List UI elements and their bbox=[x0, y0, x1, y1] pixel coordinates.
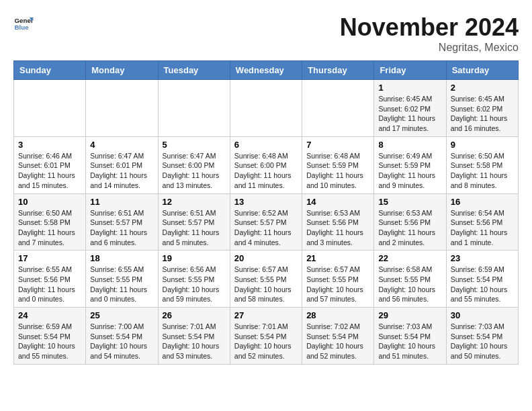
calendar-cell: 22Sunrise: 6:58 AMSunset: 5:55 PMDayligh… bbox=[374, 250, 446, 308]
calendar-cell: 17Sunrise: 6:55 AMSunset: 5:56 PMDayligh… bbox=[14, 250, 86, 308]
day-number: 8 bbox=[378, 140, 441, 150]
day-number: 17 bbox=[18, 253, 81, 263]
day-number: 4 bbox=[90, 140, 153, 150]
calendar-cell: 26Sunrise: 7:01 AMSunset: 5:54 PMDayligh… bbox=[158, 308, 230, 365]
day-header-sunday: Sunday bbox=[14, 61, 86, 80]
day-info: Sunrise: 7:00 AMSunset: 5:54 PMDaylight:… bbox=[90, 322, 153, 361]
day-number: 1 bbox=[378, 83, 441, 93]
day-info: Sunrise: 6:57 AMSunset: 5:55 PMDaylight:… bbox=[306, 265, 369, 304]
day-number: 26 bbox=[163, 310, 226, 320]
day-number: 3 bbox=[18, 140, 81, 150]
calendar-cell: 23Sunrise: 6:59 AMSunset: 5:54 PMDayligh… bbox=[446, 250, 518, 308]
day-info: Sunrise: 6:46 AMSunset: 6:01 PMDaylight:… bbox=[18, 151, 81, 191]
day-number: 30 bbox=[451, 310, 514, 320]
day-info: Sunrise: 6:48 AMSunset: 6:00 PMDaylight:… bbox=[234, 151, 298, 191]
calendar-cell: 14Sunrise: 6:53 AMSunset: 5:56 PMDayligh… bbox=[302, 193, 374, 250]
day-info: Sunrise: 7:03 AMSunset: 5:54 PMDaylight:… bbox=[451, 322, 514, 361]
calendar-cell: 21Sunrise: 6:57 AMSunset: 5:55 PMDayligh… bbox=[302, 250, 374, 308]
day-info: Sunrise: 6:59 AMSunset: 5:54 PMDaylight:… bbox=[18, 322, 81, 361]
calendar-cell: 7Sunrise: 6:48 AMSunset: 5:59 PMDaylight… bbox=[302, 136, 374, 193]
calendar-cell: 3Sunrise: 6:46 AMSunset: 6:01 PMDaylight… bbox=[14, 136, 86, 193]
calendar-cell: 2Sunrise: 6:45 AMSunset: 6:02 PMDaylight… bbox=[446, 80, 518, 137]
day-number: 16 bbox=[451, 197, 514, 207]
day-info: Sunrise: 6:47 AMSunset: 6:01 PMDaylight:… bbox=[90, 151, 153, 191]
day-number: 22 bbox=[378, 253, 441, 263]
day-header-saturday: Saturday bbox=[446, 61, 518, 80]
day-number: 20 bbox=[234, 253, 298, 263]
day-header-wednesday: Wednesday bbox=[230, 61, 302, 80]
day-info: Sunrise: 6:48 AMSunset: 5:59 PMDaylight:… bbox=[306, 151, 369, 191]
day-info: Sunrise: 7:01 AMSunset: 5:54 PMDaylight:… bbox=[163, 322, 226, 361]
calendar-cell: 10Sunrise: 6:50 AMSunset: 5:58 PMDayligh… bbox=[14, 193, 86, 250]
day-info: Sunrise: 6:55 AMSunset: 5:56 PMDaylight:… bbox=[18, 265, 81, 304]
week-row-1: 1Sunrise: 6:45 AMSunset: 6:02 PMDaylight… bbox=[14, 80, 519, 137]
day-info: Sunrise: 6:45 AMSunset: 6:02 PMDaylight:… bbox=[378, 94, 441, 134]
day-number: 5 bbox=[163, 140, 226, 150]
title-block: November 2024 Negritas, Mexico bbox=[340, 13, 519, 54]
day-number: 19 bbox=[163, 253, 226, 263]
calendar-cell bbox=[86, 80, 158, 137]
calendar-cell: 28Sunrise: 7:02 AMSunset: 5:54 PMDayligh… bbox=[302, 308, 374, 365]
day-info: Sunrise: 6:49 AMSunset: 5:59 PMDaylight:… bbox=[378, 151, 441, 191]
day-number: 9 bbox=[451, 140, 514, 150]
calendar-cell: 6Sunrise: 6:48 AMSunset: 6:00 PMDaylight… bbox=[230, 136, 302, 193]
day-header-friday: Friday bbox=[374, 61, 446, 80]
week-row-4: 17Sunrise: 6:55 AMSunset: 5:56 PMDayligh… bbox=[14, 250, 519, 308]
calendar-cell: 18Sunrise: 6:55 AMSunset: 5:55 PMDayligh… bbox=[86, 250, 158, 308]
calendar-header-row: SundayMondayTuesdayWednesdayThursdayFrid… bbox=[14, 61, 519, 80]
day-info: Sunrise: 6:53 AMSunset: 5:56 PMDaylight:… bbox=[378, 208, 441, 248]
calendar-cell: 13Sunrise: 6:52 AMSunset: 5:57 PMDayligh… bbox=[230, 193, 302, 250]
day-info: Sunrise: 6:50 AMSunset: 5:58 PMDaylight:… bbox=[451, 151, 514, 191]
week-row-5: 24Sunrise: 6:59 AMSunset: 5:54 PMDayligh… bbox=[14, 308, 519, 365]
logo: General Blue bbox=[13, 13, 34, 34]
calendar-cell: 20Sunrise: 6:57 AMSunset: 5:55 PMDayligh… bbox=[230, 250, 302, 308]
day-number: 10 bbox=[18, 197, 81, 207]
day-number: 21 bbox=[306, 253, 369, 263]
day-number: 24 bbox=[18, 310, 81, 320]
day-info: Sunrise: 6:57 AMSunset: 5:55 PMDaylight:… bbox=[234, 265, 298, 304]
day-info: Sunrise: 6:59 AMSunset: 5:54 PMDaylight:… bbox=[451, 265, 514, 304]
day-info: Sunrise: 6:50 AMSunset: 5:58 PMDaylight:… bbox=[18, 208, 81, 248]
month-title: November 2024 bbox=[340, 13, 519, 42]
page-header: General Blue November 2024 Negritas, Mex… bbox=[13, 13, 519, 54]
day-number: 29 bbox=[378, 310, 441, 320]
day-info: Sunrise: 6:54 AMSunset: 5:56 PMDaylight:… bbox=[451, 208, 514, 248]
week-row-3: 10Sunrise: 6:50 AMSunset: 5:58 PMDayligh… bbox=[14, 193, 519, 250]
day-info: Sunrise: 6:51 AMSunset: 5:57 PMDaylight:… bbox=[90, 208, 153, 248]
day-info: Sunrise: 6:52 AMSunset: 5:57 PMDaylight:… bbox=[234, 208, 298, 248]
day-header-monday: Monday bbox=[86, 61, 158, 80]
calendar-body: 1Sunrise: 6:45 AMSunset: 6:02 PMDaylight… bbox=[14, 80, 519, 365]
calendar-cell: 25Sunrise: 7:00 AMSunset: 5:54 PMDayligh… bbox=[86, 308, 158, 365]
calendar-cell: 15Sunrise: 6:53 AMSunset: 5:56 PMDayligh… bbox=[374, 193, 446, 250]
calendar-cell: 9Sunrise: 6:50 AMSunset: 5:58 PMDaylight… bbox=[446, 136, 518, 193]
svg-text:Blue: Blue bbox=[15, 24, 30, 31]
calendar-cell bbox=[230, 80, 302, 137]
calendar-cell: 1Sunrise: 6:45 AMSunset: 6:02 PMDaylight… bbox=[374, 80, 446, 137]
day-number: 13 bbox=[234, 197, 298, 207]
calendar-cell bbox=[14, 80, 86, 137]
day-info: Sunrise: 6:58 AMSunset: 5:55 PMDaylight:… bbox=[378, 265, 441, 304]
day-info: Sunrise: 7:03 AMSunset: 5:54 PMDaylight:… bbox=[378, 322, 441, 361]
day-header-thursday: Thursday bbox=[302, 61, 374, 80]
day-number: 14 bbox=[306, 197, 369, 207]
logo-icon: General Blue bbox=[13, 13, 34, 34]
day-number: 2 bbox=[451, 83, 514, 93]
day-info: Sunrise: 6:47 AMSunset: 6:00 PMDaylight:… bbox=[163, 151, 226, 191]
day-number: 11 bbox=[90, 197, 153, 207]
day-header-tuesday: Tuesday bbox=[158, 61, 230, 80]
day-number: 25 bbox=[90, 310, 153, 320]
day-info: Sunrise: 7:01 AMSunset: 5:54 PMDaylight:… bbox=[234, 322, 298, 361]
day-info: Sunrise: 6:51 AMSunset: 5:57 PMDaylight:… bbox=[163, 208, 226, 248]
calendar-cell: 27Sunrise: 7:01 AMSunset: 5:54 PMDayligh… bbox=[230, 308, 302, 365]
calendar-cell: 24Sunrise: 6:59 AMSunset: 5:54 PMDayligh… bbox=[14, 308, 86, 365]
calendar-cell: 4Sunrise: 6:47 AMSunset: 6:01 PMDaylight… bbox=[86, 136, 158, 193]
day-number: 6 bbox=[234, 140, 298, 150]
calendar-cell: 11Sunrise: 6:51 AMSunset: 5:57 PMDayligh… bbox=[86, 193, 158, 250]
calendar-cell bbox=[158, 80, 230, 137]
calendar-cell: 12Sunrise: 6:51 AMSunset: 5:57 PMDayligh… bbox=[158, 193, 230, 250]
day-number: 28 bbox=[306, 310, 369, 320]
day-info: Sunrise: 6:45 AMSunset: 6:02 PMDaylight:… bbox=[451, 94, 514, 134]
calendar-cell: 19Sunrise: 6:56 AMSunset: 5:55 PMDayligh… bbox=[158, 250, 230, 308]
day-number: 15 bbox=[378, 197, 441, 207]
location: Negritas, Mexico bbox=[340, 42, 519, 54]
